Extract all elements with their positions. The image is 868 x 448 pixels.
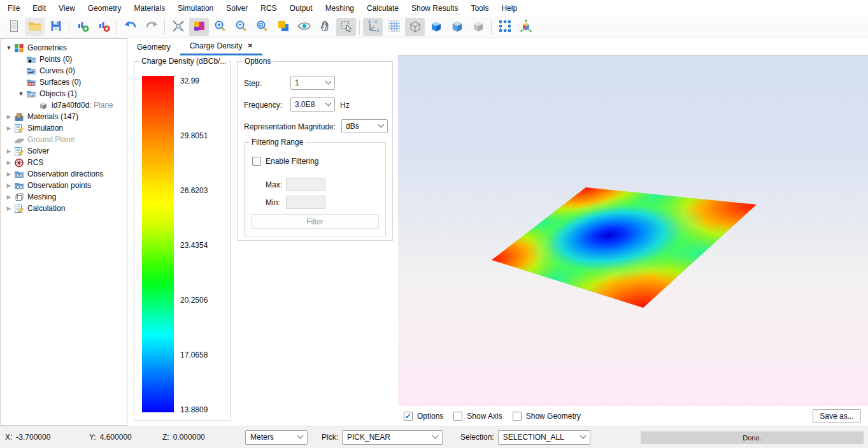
frequency-dropdown[interactable]: 3.0E8 [290, 98, 335, 112]
menu-simulation[interactable]: Simulation [171, 0, 220, 17]
expander-icon[interactable]: ▶ [4, 113, 14, 120]
x-label: X: [5, 433, 12, 442]
enable-filtering-checkbox[interactable] [252, 157, 261, 166]
shaded-view-button[interactable] [426, 18, 446, 36]
menu-calculate[interactable]: Calculate [360, 0, 405, 17]
menu-materials[interactable]: Materials [128, 0, 172, 17]
tree-item-surfaces[interactable]: ▶Surfaces (0) [1, 76, 127, 88]
zoom-in-button[interactable] [210, 18, 230, 36]
tree-item-calculation[interactable]: ▶Calculation [1, 203, 127, 214]
select-button[interactable] [336, 18, 356, 36]
content-area: Geometry Charge Density✕ Charge Density … [127, 38, 868, 426]
expander-icon[interactable]: ▼ [4, 45, 14, 51]
expander-icon[interactable]: ▶ [4, 159, 14, 166]
units-dropdown[interactable]: Meters [245, 430, 308, 445]
expander-icon[interactable]: ▶ [4, 205, 14, 212]
shaded-edges-view-button[interactable] [447, 18, 467, 36]
save-icon [49, 19, 63, 35]
representation-magnitude-dropdown[interactable]: dBs [341, 119, 388, 133]
show-axis-checkbox[interactable] [453, 412, 462, 421]
tab-charge-density[interactable]: Charge Density✕ [180, 38, 262, 55]
open-project-button[interactable] [25, 18, 45, 36]
fit-view-button[interactable] [168, 18, 188, 36]
redo-icon [144, 19, 159, 35]
menu-file[interactable]: File [1, 0, 26, 17]
tree-item-plane-object[interactable]: ▶id7a40fd0d : Plane [1, 99, 127, 111]
step-dropdown[interactable]: 1 [290, 76, 335, 90]
toolbar-separator [69, 20, 69, 35]
tree-item-ground-plane[interactable]: ▶Ground Plane [1, 134, 127, 145]
render-colored-button[interactable] [189, 18, 209, 36]
menu-geometry[interactable]: Geometry [82, 0, 128, 17]
menu-show-results[interactable]: Show Results [405, 0, 464, 17]
3d-viewport[interactable] [398, 55, 868, 406]
orbit-button[interactable] [294, 18, 314, 36]
axis-cube-icon [518, 18, 534, 36]
max-input[interactable] [286, 178, 325, 191]
zoom-out-button[interactable] [231, 18, 251, 36]
expander-icon[interactable]: ▶ [4, 194, 14, 200]
tree-item-simulation[interactable]: ▶Simulation [1, 122, 127, 134]
pan-button[interactable] [315, 18, 335, 36]
tree-item-observation-points[interactable]: ▶Observation points [1, 180, 127, 191]
menu-meshing[interactable]: Meshing [319, 0, 360, 17]
menu-solver[interactable]: Solver [220, 0, 254, 17]
tree-item-curves[interactable]: ▶Curves (0) [1, 65, 127, 76]
enable-filtering-label: Enable Filtering [266, 157, 318, 166]
new-document-button[interactable] [4, 18, 24, 36]
options-checkbox[interactable]: ✓ [404, 412, 413, 421]
save-button[interactable] [46, 18, 66, 36]
orientation-cube-button[interactable] [516, 18, 536, 36]
expander-icon[interactable]: ▶ [4, 171, 14, 177]
import-results-button[interactable] [73, 18, 92, 36]
filter-button[interactable]: Filter [251, 214, 379, 229]
toolbar-separator [117, 20, 117, 35]
show-geometry-row: Show Geometry [513, 412, 581, 421]
export-results-button[interactable] [94, 18, 113, 36]
tree-item-rcs[interactable]: ▶RCS [1, 157, 127, 168]
colorbar-tick: 29.8051 [180, 131, 208, 140]
redo-button[interactable] [141, 18, 161, 36]
expander-icon[interactable]: ▶ [4, 125, 14, 131]
menu-rcs[interactable]: RCS [254, 0, 283, 17]
show-axes-button[interactable]: ZYx [363, 18, 383, 36]
toolbar-separator [164, 20, 165, 35]
meshing-icon [14, 192, 25, 202]
tab-geometry[interactable]: Geometry [127, 38, 180, 55]
tree-item-meshing[interactable]: ▶Meshing [1, 191, 127, 203]
menu-tools[interactable]: Tools [464, 0, 495, 17]
expander-icon[interactable]: ▶ [4, 182, 14, 189]
grid-icon [387, 19, 401, 35]
zoom-in-icon [213, 19, 227, 35]
tree-item-objects[interactable]: ▼Objects (1) [1, 88, 127, 99]
options-checkbox-label: Options [417, 412, 443, 421]
tree-item-solver[interactable]: ▶Solver [1, 145, 127, 157]
pick-label: Pick: [322, 433, 338, 442]
tree-item-points[interactable]: ▶Points (0) [1, 54, 127, 65]
tab-bar: Geometry Charge Density✕ [127, 38, 868, 55]
selection-box-button[interactable] [495, 18, 515, 36]
close-tab-icon[interactable]: ✕ [247, 43, 252, 49]
pick-dropdown[interactable]: PICK_NEAR [342, 430, 443, 445]
tree-item-geometries[interactable]: ▼Geometries [1, 42, 127, 54]
hidden-line-view-button[interactable] [468, 18, 488, 36]
menu-edit[interactable]: Edit [26, 0, 52, 17]
undo-button[interactable] [120, 18, 140, 36]
show-geometry-checkbox[interactable] [513, 412, 522, 421]
bring-to-front-button[interactable] [273, 18, 293, 36]
menu-help[interactable]: Help [495, 0, 523, 17]
menu-output[interactable]: Output [283, 0, 319, 17]
wireframe-view-button[interactable] [405, 18, 425, 36]
menu-view[interactable]: View [52, 0, 82, 17]
selection-dropdown[interactable]: SELECTION_ALL [498, 430, 590, 445]
save-as-button[interactable]: Save as... [813, 409, 861, 423]
tree-item-materials[interactable]: ▶Materials (147) [1, 111, 127, 122]
expander-icon[interactable]: ▼ [16, 90, 26, 97]
zoom-window-button[interactable] [252, 18, 272, 36]
expander-icon[interactable]: ▶ [4, 148, 14, 154]
colorbar-tick: 17.0658 [180, 350, 208, 359]
min-input[interactable] [286, 196, 325, 209]
tree-item-observation-directions[interactable]: ▶Observation directions [1, 168, 127, 180]
show-grid-button[interactable] [384, 18, 404, 36]
geometries-icon [14, 43, 25, 53]
